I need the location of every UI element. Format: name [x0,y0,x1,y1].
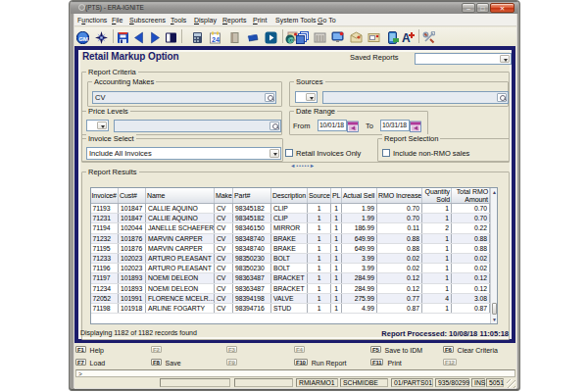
svg-text:@: @ [288,36,295,43]
svg-text:A: A [402,31,411,44]
svg-text:GM: GM [78,36,88,42]
svg-text:24: 24 [212,36,220,43]
